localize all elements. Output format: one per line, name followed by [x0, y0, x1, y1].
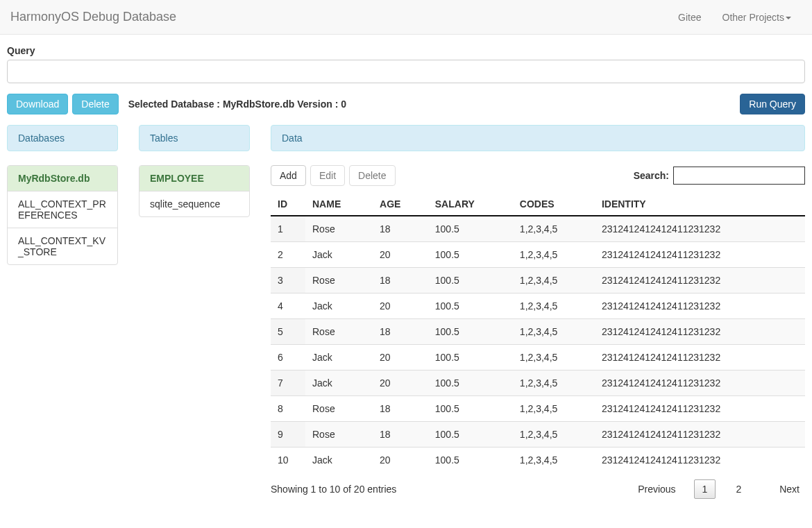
table-cell: 2312412412412411231232 — [595, 242, 805, 268]
panel-header-databases: Databases — [7, 125, 118, 151]
navbar-brand[interactable]: HarmonyOS Debug Database — [10, 10, 176, 24]
search-input[interactable] — [673, 167, 805, 185]
table-cell: 18 — [373, 422, 428, 448]
table-cell: 100.5 — [428, 345, 513, 371]
table-cell: 100.5 — [428, 422, 513, 448]
table-cell: 1,2,3,4,5 — [513, 422, 595, 448]
add-row-button[interactable]: Add — [271, 165, 306, 186]
query-label: Query — [7, 45, 805, 56]
table-info: Showing 1 to 10 of 20 entries — [271, 484, 396, 495]
table-cell: 2312412412412411231232 — [595, 293, 805, 319]
table-row[interactable]: 9Rose18100.51,2,3,4,52312412412412411231… — [271, 422, 805, 448]
column-header[interactable]: NAME — [305, 193, 373, 216]
search-label: Search: — [634, 170, 669, 181]
table-cell: 2 — [271, 242, 305, 268]
table-cell: Jack — [305, 371, 373, 396]
table-cell: 100.5 — [428, 216, 513, 242]
table-row[interactable]: 6Jack20100.51,2,3,4,52312412412412411231… — [271, 345, 805, 371]
table-row[interactable]: 5Rose18100.51,2,3,4,52312412412412411231… — [271, 319, 805, 345]
column-header[interactable]: CODES — [513, 193, 595, 216]
table-cell: 2312412412412411231232 — [595, 268, 805, 293]
table-cell: 18 — [373, 268, 428, 293]
panel-header-tables: Tables — [139, 125, 250, 151]
table-cell: 20 — [373, 345, 428, 371]
table-cell: 20 — [373, 293, 428, 319]
table-cell: 100.5 — [428, 319, 513, 345]
table-cell: 2312412412412411231232 — [595, 319, 805, 345]
table-row[interactable]: 8Rose18100.51,2,3,4,52312412412412411231… — [271, 396, 805, 422]
table-cell: 6 — [271, 345, 305, 371]
pagination-previous[interactable]: Previous — [632, 481, 681, 497]
table-cell: 100.5 — [428, 448, 513, 473]
table-list: EMPLOYEEsqlite_sequence — [139, 165, 250, 217]
pagination-next[interactable]: Next — [774, 481, 805, 497]
table-cell: 1,2,3,4,5 — [513, 396, 595, 422]
table-cell: 100.5 — [428, 396, 513, 422]
table-cell: 2312412412412411231232 — [595, 422, 805, 448]
table-row[interactable]: 10Jack20100.51,2,3,4,5231241241241241123… — [271, 448, 805, 473]
table-row[interactable]: 7Jack20100.51,2,3,4,52312412412412411231… — [271, 371, 805, 396]
table-cell: 2312412412412411231232 — [595, 396, 805, 422]
database-item[interactable]: ALL_CONTEXT_KV_STORE — [8, 228, 117, 264]
table-cell: 1 — [271, 216, 305, 242]
table-cell: 1,2,3,4,5 — [513, 216, 595, 242]
table-cell: 1,2,3,4,5 — [513, 371, 595, 396]
table-cell: 5 — [271, 319, 305, 345]
table-item[interactable]: sqlite_sequence — [139, 191, 249, 216]
chevron-down-icon — [786, 17, 791, 19]
table-row[interactable]: 3Rose18100.51,2,3,4,52312412412412411231… — [271, 268, 805, 293]
table-cell: 2312412412412411231232 — [595, 371, 805, 396]
table-cell: Rose — [305, 319, 373, 345]
delete-db-button[interactable]: Delete — [72, 94, 118, 114]
table-item[interactable]: EMPLOYEE — [139, 166, 249, 191]
table-cell: 1,2,3,4,5 — [513, 293, 595, 319]
pagination-page[interactable]: 1 — [694, 479, 716, 499]
query-input[interactable] — [7, 60, 805, 83]
table-cell: 1,2,3,4,5 — [513, 242, 595, 268]
database-item[interactable]: ALL_CONTEXT_PREFERENCES — [8, 191, 117, 228]
table-cell: 100.5 — [428, 293, 513, 319]
column-header[interactable]: SALARY — [428, 193, 513, 216]
table-cell: Rose — [305, 396, 373, 422]
table-cell: 2312412412412411231232 — [595, 448, 805, 473]
delete-row-button[interactable]: Delete — [349, 165, 395, 186]
column-header[interactable]: AGE — [373, 193, 428, 216]
table-cell: 8 — [271, 396, 305, 422]
column-header[interactable]: ID — [271, 193, 305, 216]
table-cell: 4 — [271, 293, 305, 319]
table-cell: 100.5 — [428, 242, 513, 268]
nav-link-other-projects[interactable]: Other Projects — [712, 1, 802, 33]
database-item[interactable]: MyRdbStore.db — [8, 166, 117, 191]
download-button[interactable]: Download — [7, 94, 68, 114]
run-query-button[interactable]: Run Query — [740, 94, 805, 114]
table-cell: Rose — [305, 216, 373, 242]
table-cell: 1,2,3,4,5 — [513, 448, 595, 473]
table-cell: 18 — [373, 216, 428, 242]
table-row[interactable]: 2Jack20100.51,2,3,4,52312412412412411231… — [271, 242, 805, 268]
column-header[interactable]: IDENTITY — [595, 193, 805, 216]
table-cell: Jack — [305, 345, 373, 371]
table-cell: Jack — [305, 242, 373, 268]
table-cell: 2312412412412411231232 — [595, 345, 805, 371]
table-cell: 9 — [271, 422, 305, 448]
table-cell: 20 — [373, 371, 428, 396]
table-cell: 18 — [373, 396, 428, 422]
panel-header-data: Data — [271, 125, 805, 151]
table-cell: Jack — [305, 448, 373, 473]
table-cell: 100.5 — [428, 371, 513, 396]
table-cell: 1,2,3,4,5 — [513, 345, 595, 371]
table-cell: Rose — [305, 268, 373, 293]
table-row[interactable]: 4Jack20100.51,2,3,4,52312412412412411231… — [271, 293, 805, 319]
pagination-page[interactable]: 2 — [728, 480, 749, 498]
table-cell: 20 — [373, 242, 428, 268]
data-table: IDNAMEAGESALARYCODESIDENTITY 1Rose18100.… — [271, 193, 805, 472]
table-row[interactable]: 1Rose18100.51,2,3,4,52312412412412411231… — [271, 216, 805, 242]
table-cell: 3 — [271, 268, 305, 293]
edit-row-button[interactable]: Edit — [310, 165, 345, 186]
table-cell: Rose — [305, 422, 373, 448]
nav-link-gitee[interactable]: Gitee — [668, 1, 711, 33]
table-cell: 100.5 — [428, 268, 513, 293]
table-cell: 2312412412412411231232 — [595, 216, 805, 242]
table-cell: 20 — [373, 448, 428, 473]
table-cell: 1,2,3,4,5 — [513, 319, 595, 345]
